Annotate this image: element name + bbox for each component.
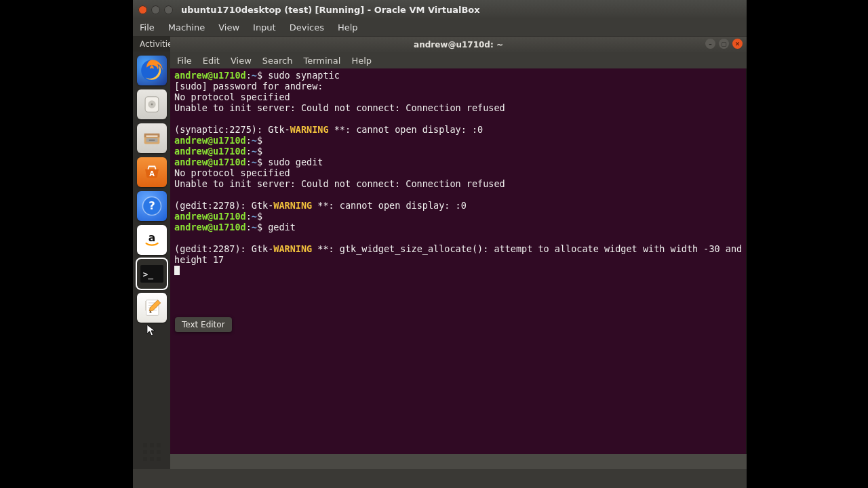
terminal-window: andrew@u1710d: ~ – ▢ ✕ File Edit View Se… — [170, 37, 747, 454]
vb-minimize-icon[interactable] — [151, 5, 160, 14]
vb-close-icon[interactable] — [138, 5, 147, 14]
close-icon[interactable]: ✕ — [732, 39, 743, 49]
svg-rect-9 — [149, 140, 155, 140]
ubuntu-software-icon[interactable]: A — [137, 157, 167, 187]
vb-menu-help[interactable]: Help — [338, 22, 358, 33]
files-icon[interactable] — [137, 123, 167, 153]
vb-menu-machine[interactable]: Machine — [168, 22, 205, 33]
vb-window-controls[interactable] — [138, 5, 173, 14]
vb-titlebar[interactable]: ubuntu1710desktop (test) [Running] - Ora… — [133, 0, 747, 19]
tooltip: Text Editor — [175, 317, 232, 332]
vb-maximize-icon[interactable] — [164, 5, 173, 14]
terminal-menubar[interactable]: File Edit View Search Terminal Help — [170, 52, 747, 68]
text-editor-icon[interactable] — [137, 293, 167, 323]
terminal-titlebar[interactable]: andrew@u1710d: ~ – ▢ ✕ — [170, 37, 747, 52]
vb-title: ubuntu1710desktop (test) [Running] - Ora… — [181, 5, 480, 15]
term-menu-help[interactable]: Help — [351, 56, 372, 66]
backups-icon[interactable] — [137, 89, 167, 119]
vb-menu-view[interactable]: View — [218, 22, 239, 33]
dock[interactable]: A ? a >_ — [133, 52, 170, 469]
terminal-icon[interactable]: >_ — [137, 259, 167, 289]
vb-statusbar[interactable] — [133, 469, 747, 488]
svg-point-4 — [151, 104, 153, 106]
firefox-icon[interactable] — [137, 56, 167, 85]
svg-text:A: A — [149, 170, 155, 178]
help-icon[interactable]: ? — [137, 191, 167, 221]
terminal-title: andrew@u1710d: ~ — [414, 40, 503, 49]
terminal-body[interactable]: andrew@u1710d:~$ sudo synaptic [sudo] pa… — [170, 68, 747, 454]
term-menu-file[interactable]: File — [177, 56, 192, 66]
svg-text:a: a — [148, 232, 155, 244]
vb-menu-input[interactable]: Input — [253, 22, 276, 33]
guest-desktop: Activities Terminal ▾ Fri 23:05 ▾ andrew… — [133, 37, 747, 469]
term-menu-terminal[interactable]: Terminal — [303, 56, 340, 66]
svg-text:?: ? — [149, 199, 155, 212]
vb-menu-devices[interactable]: Devices — [290, 22, 324, 33]
vb-menubar[interactable]: File Machine View Input Devices Help — [133, 19, 747, 37]
svg-rect-7 — [146, 136, 157, 137]
minimize-icon[interactable]: – — [705, 39, 715, 49]
term-menu-search[interactable]: Search — [262, 56, 293, 66]
vb-menu-file[interactable]: File — [140, 22, 155, 33]
virtualbox-window: ubuntu1710desktop (test) [Running] - Ora… — [133, 0, 747, 488]
amazon-icon[interactable]: a — [137, 225, 167, 255]
term-menu-edit[interactable]: Edit — [203, 56, 220, 66]
show-applications-icon[interactable] — [142, 442, 162, 462]
term-menu-view[interactable]: View — [231, 56, 252, 66]
maximize-icon[interactable]: ▢ — [719, 39, 729, 49]
